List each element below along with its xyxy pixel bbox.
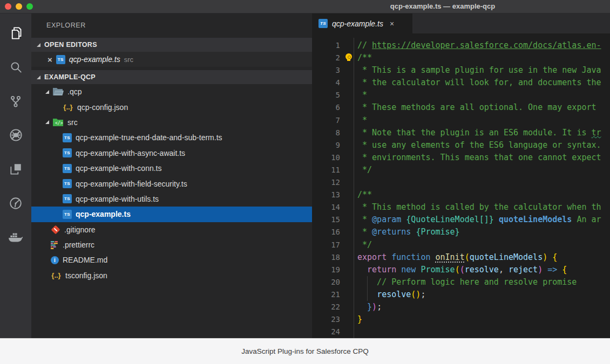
code-line[interactable]: 10 * environments. This means that one c… [312, 152, 610, 164]
activity-item-explorer[interactable] [0, 16, 31, 50]
line-number: 20 [312, 276, 340, 289]
code-line[interactable]: 9 * use any elements of the ES6 language… [312, 139, 610, 152]
line-number: 3 [312, 64, 340, 77]
tree-item[interactable]: TSqcp-example-true-end-date-and-sub-term… [31, 130, 312, 145]
code-line[interactable]: 16 * @returns {Promise} [312, 226, 610, 238]
activity-item-docker[interactable] [0, 220, 31, 254]
code-token: https://developer.salesforce.com/docs/at… [372, 40, 601, 50]
code-token: * [357, 90, 367, 100]
code-token [557, 265, 562, 274]
code-line[interactable]: 5 * [312, 89, 610, 101]
code-line[interactable]: 23} [312, 313, 610, 326]
code-token: ( [460, 265, 465, 274]
source-control-icon [9, 94, 23, 108]
line-number: 15 [312, 214, 340, 226]
project-caption: JavaScript Plug-ins for Salesforce CPQ [0, 338, 610, 364]
activity-item-source-control[interactable] [0, 84, 31, 118]
code-line[interactable]: 15 * @param {QuoteLineModel[]} quoteLine… [312, 214, 610, 226]
minimize-window-button[interactable] [16, 3, 22, 10]
code-line[interactable]: 18export function onInit(quoteLineModels… [312, 251, 610, 264]
code-token: quoteLineModels [499, 215, 572, 224]
tab-qcp-example[interactable]: TS qcp-example.ts × [312, 13, 412, 33]
code-token: export [357, 252, 387, 262]
tree-item[interactable]: {..}qcp-config.json [31, 99, 312, 114]
code-line[interactable]: 22 }); [312, 301, 610, 313]
code-token: * [357, 215, 372, 224]
code-line[interactable]: 12 [312, 176, 610, 189]
open-editors-list: ×TSqcp-example.tssrc [31, 52, 312, 67]
open-editors-header[interactable]: OPEN EDITORS [31, 38, 312, 52]
tree-item[interactable]: .qcp [31, 84, 312, 99]
code-line[interactable]: 20 // Perform logic here and resolve pro… [312, 276, 610, 289]
tree-item-label: qcp-example-with-async-await.ts [76, 149, 185, 157]
vscode-window: qcp-example.ts — example-qcp EXPLORER OP… [0, 0, 610, 364]
code-token [401, 215, 406, 224]
tree-item[interactable]: iREADME.md [31, 252, 312, 267]
tree-item[interactable]: TSqcp-example-with-field-security.ts [31, 176, 312, 191]
code-line[interactable]: 11 */ [312, 164, 610, 176]
code-token: ) [538, 265, 543, 274]
code-line[interactable]: 2/** [312, 52, 610, 64]
activity-bar [0, 13, 31, 338]
code-line[interactable]: 6 * These methods are all optional. One … [312, 101, 610, 114]
tree-item[interactable]: TSqcp-example-with-utils.ts [31, 191, 312, 207]
tree-item[interactable]: .prettierrc [31, 237, 312, 252]
tree-item[interactable]: </>src [31, 115, 312, 130]
code-line[interactable]: 4 * the calculator will look for, and do… [312, 77, 610, 89]
code-token: * This method is called by the calculato… [357, 202, 601, 212]
tree-item[interactable]: TSqcp-example-with-async-await.ts [31, 146, 312, 161]
code-line[interactable]: 3 * This is a sample plugin for use in t… [312, 64, 610, 77]
tab-close-icon[interactable]: × [390, 19, 394, 28]
tree-item[interactable]: TSqcp-example-with-conn.ts [31, 161, 312, 176]
code-token: * This is a sample plugin for use in the… [357, 65, 601, 75]
tree-item-label: .gitignore [64, 225, 96, 234]
code-line[interactable]: 24 [312, 326, 610, 338]
code-line[interactable]: 8 * Note that the plugin is an ES6 modul… [312, 127, 610, 139]
code-line[interactable]: 21 resolve(); [312, 289, 610, 301]
typescript-icon: TS [63, 133, 72, 142]
code-area[interactable]: 1// https://developer.salesforce.com/doc… [312, 33, 610, 338]
open-editor-item[interactable]: ×TSqcp-example.tssrc [31, 52, 312, 67]
code-line[interactable]: 7 * [312, 114, 610, 127]
code-token [387, 252, 391, 262]
tree-item-label: qcp-example.ts [76, 210, 131, 218]
activity-item-debug[interactable] [0, 118, 31, 152]
code-token: * [357, 227, 372, 237]
line-number: 16 [312, 226, 340, 238]
typescript-icon: TS [318, 19, 328, 28]
line-number: 22 [312, 301, 340, 313]
tab-bar: TS qcp-example.ts × [312, 13, 610, 33]
line-number: 14 [312, 201, 340, 214]
tree-item[interactable]: {..}tsconfig.json [31, 268, 312, 283]
code-token: @returns [372, 227, 411, 237]
activity-item-search[interactable] [0, 50, 31, 84]
line-number: 2 [312, 52, 340, 64]
activity-item-extensions[interactable] [0, 152, 31, 186]
explorer-title: EXPLORER [31, 13, 312, 38]
close-window-button[interactable] [5, 3, 11, 10]
code-token [357, 265, 367, 274]
open-editor-detail: src [124, 56, 133, 64]
close-editor-icon[interactable]: × [48, 56, 52, 64]
traffic-lights [5, 3, 33, 10]
line-number: 19 [312, 264, 340, 276]
code-line[interactable]: 19 return new Promise((resolve, reject) … [312, 264, 610, 276]
code-line[interactable]: 14 * This method is called by the calcul… [312, 201, 610, 214]
code-line[interactable]: 1// https://developer.salesforce.com/doc… [312, 39, 610, 52]
workspace-header[interactable]: EXAMPLE-QCP [31, 70, 312, 84]
code-line[interactable]: 17 */ [312, 239, 610, 251]
code-token: ; [377, 302, 382, 312]
line-number: 18 [312, 251, 340, 264]
code-line[interactable]: 13/** [312, 189, 610, 201]
tree-item[interactable]: TSqcp-example.ts [31, 207, 312, 222]
zoom-window-button[interactable] [26, 3, 33, 10]
tree-item-label: .prettierrc [63, 241, 94, 249]
code-token: ) [372, 302, 377, 312]
tab-label: qcp-example.ts [332, 19, 383, 28]
tree-item[interactable]: .gitignore [31, 222, 312, 237]
lightbulb-icon[interactable] [345, 53, 352, 60]
activity-item-watch[interactable] [0, 186, 31, 220]
line-number: 17 [312, 239, 340, 251]
code-token [430, 252, 435, 262]
line-number: 13 [312, 189, 340, 201]
